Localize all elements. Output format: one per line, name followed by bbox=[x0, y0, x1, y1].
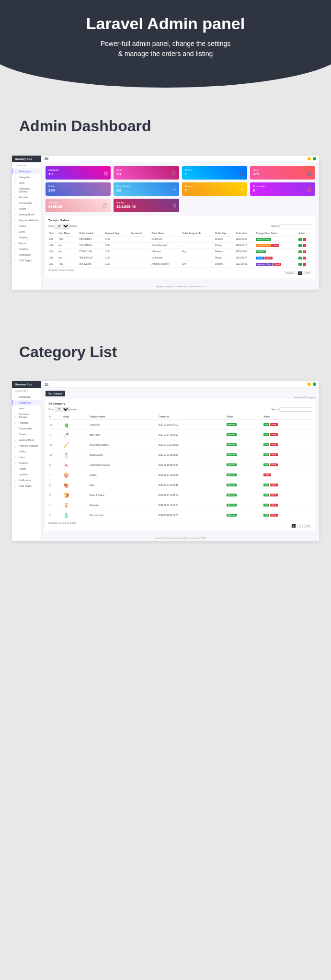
action-button[interactable]: • bbox=[303, 250, 306, 253]
sidebar-item-working-hours[interactable]: ▫Working Hours bbox=[12, 212, 41, 217]
edit-button[interactable]: Edit bbox=[263, 514, 269, 517]
status-badge[interactable]: Ready bbox=[256, 257, 263, 259]
sidebar-item-orders[interactable]: ▫Orders bbox=[12, 223, 41, 229]
status-badge[interactable]: Cancel bbox=[264, 257, 273, 259]
stat-card-tax-value[interactable]: Tax Value$609.30🧮 bbox=[46, 199, 111, 212]
search-input[interactable] bbox=[279, 407, 312, 412]
column-header[interactable]: Action bbox=[297, 231, 312, 237]
sidebar-item-report[interactable]: ▫Report bbox=[12, 466, 41, 472]
edit-button[interactable]: Edit bbox=[263, 484, 269, 486]
column-header[interactable]: Change Order Status bbox=[255, 231, 297, 237]
notification-icon[interactable] bbox=[308, 383, 311, 386]
column-header[interactable]: Order Assigned To bbox=[181, 231, 214, 237]
next-button[interactable]: Next bbox=[304, 271, 312, 275]
sidebar-item-notification[interactable]: ▫Notification bbox=[12, 252, 41, 258]
edit-button[interactable]: Edit bbox=[263, 453, 269, 456]
column-header[interactable]: Sno bbox=[48, 231, 58, 237]
sidebar-item-users[interactable]: ▫Users bbox=[12, 454, 41, 460]
action-button[interactable]: • bbox=[298, 257, 302, 259]
sidebar-item-promocodes[interactable]: ▫Promocodes bbox=[12, 426, 41, 431]
avatar-icon[interactable] bbox=[313, 383, 316, 386]
edit-button[interactable]: Edit bbox=[263, 433, 269, 436]
edit-button[interactable]: Edit bbox=[263, 504, 269, 507]
delete-button[interactable]: Delete bbox=[270, 514, 278, 517]
menu-toggle-icon[interactable] bbox=[45, 383, 48, 386]
stat-card-future-orders[interactable]: Future Orders30+ bbox=[114, 182, 179, 196]
edit-button[interactable]: Edit bbox=[263, 463, 269, 466]
action-button[interactable]: • bbox=[303, 263, 306, 266]
menu-toggle-icon[interactable] bbox=[45, 157, 48, 160]
delete-button[interactable]: Delete bbox=[270, 433, 278, 436]
sidebar-item-cms-pages[interactable]: ▫CMS Pages bbox=[12, 258, 41, 263]
sidebar-item-categories[interactable]: ▫Categories bbox=[12, 174, 41, 180]
search-input[interactable] bbox=[279, 224, 312, 228]
sidebar-item-cms-pages[interactable]: ▫CMS Pages bbox=[12, 483, 41, 489]
stat-card-categories[interactable]: Categories13▦ bbox=[46, 166, 111, 180]
stat-card-drivers[interactable]: Drivers1🚗 bbox=[182, 166, 247, 180]
status-badge[interactable]: Assigned to Driver bbox=[256, 263, 273, 266]
stat-card-earning[interactable]: Earning$14,059.40$ bbox=[114, 199, 179, 212]
column-header[interactable]: Image bbox=[62, 414, 89, 420]
column-header[interactable]: Order date bbox=[235, 231, 255, 237]
sidebar-item-dashboard[interactable]: ▫Dashboard bbox=[12, 394, 41, 400]
sidebar-item-items[interactable]: ▫Items bbox=[12, 180, 41, 186]
action-button[interactable]: • bbox=[298, 250, 302, 253]
delete-button[interactable]: Delete bbox=[270, 484, 278, 486]
stat-card-orders[interactable]: Orders264🛒 bbox=[46, 182, 111, 196]
status-badge[interactable]: Assign To Driver bbox=[256, 238, 271, 241]
stat-card-users[interactable]: Users371👥 bbox=[250, 166, 315, 180]
column-header[interactable]: Created at bbox=[158, 414, 226, 420]
action-button[interactable]: • bbox=[298, 263, 302, 266]
sidebar-item-drivers[interactable]: ▫Drivers bbox=[12, 431, 41, 437]
status-badge[interactable]: Cancel bbox=[273, 263, 281, 266]
prev-button[interactable]: Previous bbox=[284, 271, 297, 275]
sidebar-item-notification[interactable]: ▫Notification bbox=[12, 477, 41, 483]
add-category-button[interactable]: Add Category bbox=[46, 391, 65, 396]
sidebar-item-payment-methods[interactable]: ▫Payment Methods bbox=[12, 217, 41, 223]
page-1[interactable]: 1 bbox=[297, 271, 303, 275]
sidebar-item-promotion-banners[interactable]: ▫Promotion Banners bbox=[12, 411, 41, 420]
stat-card-reviews[interactable]: Reviews7★ bbox=[182, 182, 247, 196]
column-header[interactable]: Order Type bbox=[214, 231, 235, 237]
sidebar-item-working-hours[interactable]: ▫Working Hours bbox=[12, 437, 41, 443]
column-header[interactable]: Order Status bbox=[151, 231, 182, 237]
sidebar-item-orders[interactable]: ▫Orders bbox=[12, 449, 41, 454]
avatar-icon[interactable] bbox=[313, 157, 316, 160]
edit-button[interactable]: Edit bbox=[263, 443, 269, 446]
sidebar-item-dashboard[interactable]: ▫Dashboard bbox=[12, 169, 41, 174]
delete-button[interactable]: Delete bbox=[270, 423, 278, 426]
delete-button[interactable]: Delete bbox=[270, 453, 278, 456]
action-button[interactable]: • bbox=[298, 244, 302, 247]
action-button[interactable]: • bbox=[303, 238, 306, 241]
sidebar-item-promotion-banners[interactable]: ▫Promotion Banners bbox=[12, 186, 41, 194]
status-badge[interactable]: Cancel bbox=[271, 244, 279, 247]
edit-button[interactable]: Edit bbox=[263, 494, 269, 496]
sidebar-item-pincodes[interactable]: ▫Pincodes bbox=[12, 194, 41, 200]
stat-card-promocodes[interactable]: Promocodes2🎁 bbox=[250, 182, 315, 196]
page-size-select[interactable]: 10 bbox=[55, 224, 70, 229]
column-header[interactable]: Payment Type bbox=[104, 231, 129, 237]
sidebar-item-drivers[interactable]: ▫Drivers bbox=[12, 206, 41, 212]
sidebar-item-payment-methods[interactable]: ▫Payment Methods bbox=[12, 443, 41, 449]
next-button[interactable]: Next bbox=[304, 524, 312, 528]
status-badge[interactable]: Order Received bbox=[256, 244, 271, 247]
action-button[interactable]: • bbox=[298, 238, 302, 241]
edit-button[interactable]: Edit bbox=[263, 423, 269, 426]
sidebar-item-reviews[interactable]: ▫Reviews bbox=[12, 460, 41, 466]
delete-button[interactable]: Delete bbox=[270, 494, 278, 496]
page-2[interactable]: 2 bbox=[297, 524, 303, 528]
sidebar-item-pincodes[interactable]: ▫Pincodes bbox=[12, 420, 41, 426]
column-header[interactable]: Category Name bbox=[89, 414, 158, 420]
sidebar-item-users[interactable]: ▫Users bbox=[12, 229, 41, 235]
column-header[interactable]: # bbox=[48, 414, 62, 420]
sidebar-item-categories[interactable]: ▫Categories bbox=[12, 400, 41, 406]
sidebar-item-items[interactable]: ▫Items bbox=[12, 406, 41, 411]
delete-button[interactable]: Delete bbox=[263, 473, 271, 476]
stat-card-items[interactable]: Items59🍴 bbox=[114, 166, 179, 180]
page-1[interactable]: 1 bbox=[291, 524, 297, 528]
sidebar-item-report[interactable]: ▫Report bbox=[12, 240, 41, 246]
page-size-select[interactable]: 10 bbox=[55, 407, 70, 412]
status-badge[interactable]: Delivered bbox=[256, 250, 266, 253]
column-header[interactable]: Order Number bbox=[78, 231, 104, 237]
sidebar-item-reviews[interactable]: ▫Reviews bbox=[12, 235, 41, 240]
